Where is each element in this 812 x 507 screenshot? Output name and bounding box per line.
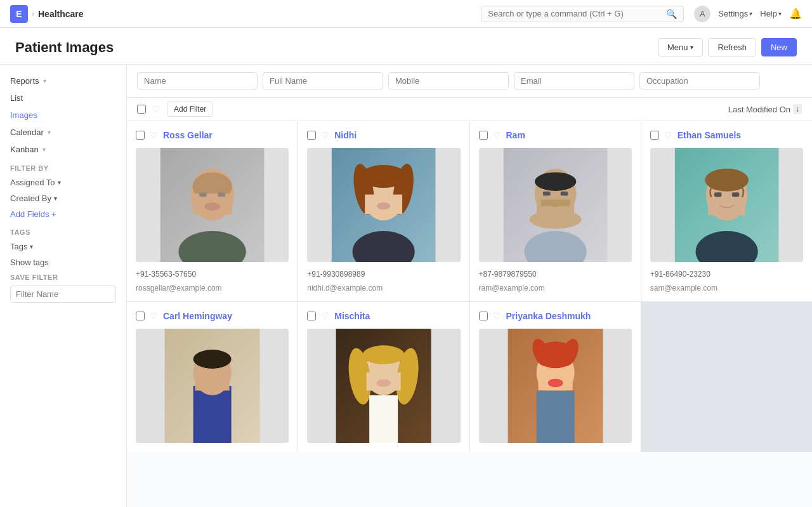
patient-name[interactable]: Mischita — [334, 311, 370, 321]
svg-point-9 — [204, 202, 220, 211]
patient-name[interactable]: Ethan Samuels — [678, 130, 741, 140]
patient-card: ♡ Priyanka Deshmukh — [470, 302, 641, 452]
help-chevron-icon: ▾ — [778, 10, 782, 17]
svg-point-17 — [377, 202, 390, 209]
sidebar-item-reports[interactable]: Reports ▾ — [0, 72, 126, 89]
svg-rect-54 — [536, 391, 574, 444]
patient-checkbox[interactable] — [136, 131, 145, 140]
action-bar: ♡ Add Filter Last Modified On ↓ — [127, 98, 812, 121]
name-filter-input[interactable] — [137, 72, 258, 89]
svg-rect-24 — [560, 192, 567, 196]
created-by-chevron-icon: ▾ — [54, 195, 57, 202]
breadcrumb-separator: › — [32, 10, 34, 18]
svg-point-45 — [377, 379, 391, 387]
filter-by-label: FILTER BY — [0, 158, 126, 174]
breadcrumb-app: Healthcare — [38, 9, 84, 19]
menu-chevron-icon: ▾ — [690, 44, 693, 51]
sidebar-item-kanban[interactable]: Kanban ▾ — [0, 141, 126, 158]
notifications-bell-icon[interactable]: 🔔 — [789, 8, 802, 20]
sidebar-item-images[interactable]: Images — [0, 107, 126, 124]
patient-checkbox[interactable] — [307, 312, 316, 320]
patient-image — [136, 329, 289, 443]
patient-favorite-icon[interactable]: ♡ — [493, 311, 501, 321]
tags-chevron-icon: ▾ — [30, 243, 33, 250]
assigned-to-chevron-icon: ▾ — [58, 179, 61, 186]
svg-rect-7 — [199, 192, 206, 197]
patient-name[interactable]: Carl Hemingway — [163, 311, 232, 321]
page-title: Patient Images — [15, 39, 114, 56]
new-button[interactable]: New — [761, 38, 797, 56]
menu-button[interactable]: Menu ▾ — [658, 38, 704, 56]
patient-checkbox[interactable] — [650, 131, 659, 140]
patient-name[interactable]: Priyanka Deshmukh — [506, 311, 591, 321]
page-actions: Menu ▾ Refresh New — [658, 38, 797, 56]
filter-name-input[interactable] — [10, 286, 116, 303]
filter-bar — [127, 65, 812, 98]
avatar: A — [694, 6, 710, 22]
patient-favorite-icon[interactable]: ♡ — [664, 130, 672, 140]
patient-checkbox[interactable] — [479, 131, 488, 140]
email-filter-input[interactable] — [514, 72, 634, 89]
svg-point-43 — [363, 345, 405, 364]
svg-point-15 — [360, 165, 407, 188]
search-bar[interactable]: 🔍 — [481, 6, 684, 22]
patient-name[interactable]: Nidhi — [334, 130, 357, 140]
favorite-all-icon[interactable]: ♡ — [152, 104, 160, 114]
refresh-button[interactable]: Refresh — [708, 38, 756, 56]
content-area: ♡ Add Filter Last Modified On ↓ ♡ Ross G… — [127, 65, 812, 507]
full-name-filter-input[interactable] — [263, 72, 383, 89]
save-filter-label: SAVE FILTER — [0, 270, 126, 283]
patient-image — [650, 148, 803, 262]
patient-name[interactable]: Ross Gellar — [163, 130, 213, 140]
patient-email: nidhi.d@example.com — [307, 284, 460, 293]
help-link[interactable]: Help ▾ — [760, 9, 782, 18]
mobile-filter-input[interactable] — [388, 72, 509, 89]
patient-favorite-icon[interactable]: ♡ — [150, 311, 158, 321]
patient-favorite-icon[interactable]: ♡ — [150, 130, 158, 140]
patient-checkbox[interactable] — [307, 131, 316, 140]
action-bar-left: ♡ Add Filter — [137, 102, 213, 117]
patient-card-header: ♡ Carl Hemingway — [136, 311, 289, 321]
patient-card-header: ♡ Nidhi — [307, 130, 460, 140]
assigned-to-filter[interactable]: Assigned To ▾ — [0, 174, 126, 190]
patient-phone: +91-86490-23230 — [650, 270, 803, 279]
patient-card: ♡ Nidhi +91-9930898989 nidhi.d@example.c… — [298, 121, 469, 301]
patient-card-header: ♡ Ross Gellar — [136, 130, 289, 140]
patient-phone: +87-9879879550 — [479, 270, 632, 279]
add-filter-button[interactable]: Add Filter — [167, 102, 213, 117]
patient-card-header: ♡ Mischita — [307, 311, 460, 321]
sidebar: Reports ▾ List Images Calendar ▾ Kanban … — [0, 65, 127, 507]
svg-rect-8 — [218, 192, 225, 197]
patient-card: ♡ Ram +87-9879879550 ram@example.com — [470, 121, 641, 301]
add-fields-link[interactable]: Add Fields + — [0, 206, 126, 222]
select-all-checkbox[interactable] — [137, 105, 146, 114]
sidebar-item-list[interactable]: List — [0, 89, 126, 107]
patient-favorite-icon[interactable]: ♡ — [321, 311, 329, 321]
patient-name[interactable]: Ram — [506, 130, 525, 140]
settings-link[interactable]: Settings ▾ — [718, 9, 752, 18]
patient-image — [479, 329, 632, 443]
patient-email: ram@example.com — [479, 284, 632, 293]
patient-image — [136, 148, 289, 262]
show-tags-link[interactable]: Show tags — [0, 254, 126, 270]
svg-rect-23 — [542, 192, 549, 196]
svg-rect-33 — [732, 192, 739, 197]
patient-image — [479, 148, 632, 262]
svg-rect-32 — [714, 192, 721, 197]
tags-section-label: TAGS — [0, 222, 126, 239]
svg-point-37 — [193, 350, 232, 369]
sidebar-item-calendar[interactable]: Calendar ▾ — [0, 124, 126, 141]
search-input[interactable] — [488, 9, 664, 18]
patient-card-header: ♡ Ethan Samuels — [650, 130, 803, 140]
tags-filter[interactable]: Tags ▾ — [0, 239, 126, 254]
sort-control[interactable]: Last Modified On ↓ — [728, 104, 802, 114]
patient-card: ♡ Mischita — [298, 302, 469, 452]
created-by-filter[interactable]: Created By ▾ — [0, 190, 126, 206]
patient-card-header: ♡ Priyanka Deshmukh — [479, 311, 632, 321]
patient-favorite-icon[interactable]: ♡ — [321, 130, 329, 140]
patient-checkbox[interactable] — [136, 312, 145, 320]
patient-image-grid: ♡ Ross Gellar +91-35563-57650 rossgellar… — [127, 121, 812, 452]
patient-checkbox[interactable] — [479, 312, 488, 320]
patient-favorite-icon[interactable]: ♡ — [493, 130, 501, 140]
occupation-filter-input[interactable] — [639, 72, 760, 89]
